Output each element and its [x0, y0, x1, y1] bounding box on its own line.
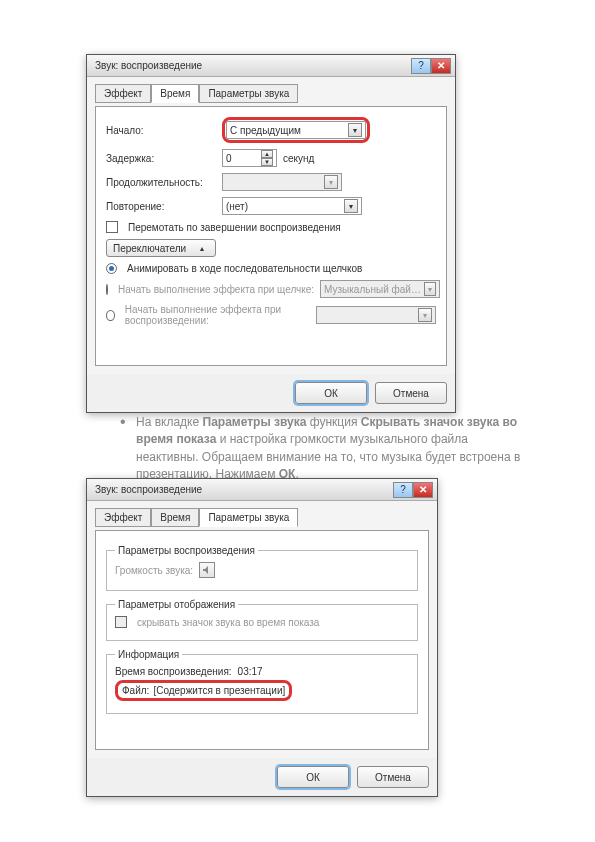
titlebar[interactable]: Звук: воспроизведение ? ✕ — [87, 55, 455, 77]
dialog-body: Эффект Время Параметры звука Параметры в… — [87, 501, 437, 758]
tab-time[interactable]: Время — [151, 508, 199, 527]
tab-effect[interactable]: Эффект — [95, 508, 151, 527]
close-button[interactable]: ✕ — [413, 482, 433, 498]
close-button[interactable]: ✕ — [431, 58, 451, 74]
highlight-start-dropdown: С предыдущим ▾ — [222, 117, 370, 143]
dialog-sound-playback-time: Звук: воспроизведение ? ✕ Эффект Время П… — [86, 54, 456, 413]
file-value: [Содержится в презентации] — [153, 685, 285, 696]
start-label: Начало: — [106, 125, 216, 136]
display-legend: Параметры отображения — [115, 599, 238, 610]
window-title: Звук: воспроизведение — [91, 60, 202, 71]
onclick-target-dropdown: Музыкальный файл 1.mp3 ▾ — [320, 280, 440, 298]
chevron-down-icon: ▾ — [348, 123, 362, 137]
tab-content-time: Начало: С предыдущим ▾ Задержка: 0 ▲▼ се… — [95, 106, 447, 366]
radio-animate-sequence[interactable] — [106, 263, 117, 274]
tab-effect[interactable]: Эффект — [95, 84, 151, 103]
chevron-up-icon: ▴ — [195, 241, 209, 255]
onplay-target-dropdown: ▾ — [316, 306, 436, 324]
repeat-dropdown[interactable]: (нет) ▾ — [222, 197, 362, 215]
tabstrip: Эффект Время Параметры звука — [95, 83, 447, 102]
dialog-sound-playback-params: Звук: воспроизведение ? ✕ Эффект Время П… — [86, 478, 438, 797]
info-legend: Информация — [115, 649, 182, 660]
radio-start-onplay[interactable] — [106, 310, 115, 321]
bullet-icon: • — [120, 413, 126, 431]
help-button[interactable]: ? — [411, 58, 431, 74]
playtime-label: Время воспроизведения: — [115, 666, 232, 677]
window-buttons: ? ✕ — [411, 58, 451, 74]
dialog-body: Эффект Время Параметры звука Начало: С п… — [87, 77, 455, 374]
tab-time[interactable]: Время — [151, 84, 199, 103]
hide-icon-label: скрывать значок звука во время показа — [137, 617, 319, 628]
chevron-down-icon: ▾ — [418, 308, 432, 322]
cancel-button[interactable]: Отмена — [357, 766, 429, 788]
playback-params-group: Параметры воспроизведения Громкость звук… — [106, 545, 418, 591]
description-text: На вкладке Параметры звука функция Скрыв… — [136, 414, 530, 484]
rewind-checkbox[interactable] — [106, 221, 118, 233]
radio-start-onplay-label: Начать выполнение эффекта при воспроизве… — [125, 304, 310, 326]
help-button[interactable]: ? — [393, 482, 413, 498]
start-dropdown[interactable]: С предыдущим ▾ — [226, 121, 366, 139]
titlebar[interactable]: Звук: воспроизведение ? ✕ — [87, 479, 437, 501]
cancel-button[interactable]: Отмена — [375, 382, 447, 404]
tab-content-params: Параметры воспроизведения Громкость звук… — [95, 530, 429, 750]
radio-start-onclick-label: Начать выполнение эффекта при щелчке: — [118, 284, 314, 295]
highlight-file-info: Файл: [Содержится в презентации] — [115, 680, 292, 701]
delay-label: Задержка: — [106, 153, 216, 164]
radio-start-onclick[interactable] — [106, 284, 108, 295]
dialog-buttons: ОК Отмена — [87, 374, 455, 412]
chevron-down-icon: ▾ — [324, 175, 338, 189]
hide-icon-checkbox — [115, 616, 127, 628]
ok-button[interactable]: ОК — [277, 766, 349, 788]
start-value: С предыдущим — [230, 125, 301, 136]
playtime-value: 03:17 — [238, 666, 263, 677]
repeat-label: Повторение: — [106, 201, 216, 212]
onclick-value: Музыкальный файл 1.mp3 — [324, 284, 424, 295]
spinner-buttons[interactable]: ▲▼ — [261, 150, 273, 166]
duration-label: Продолжительность: — [106, 177, 216, 188]
dialog-buttons: ОК Отмена — [87, 758, 437, 796]
repeat-value: (нет) — [226, 201, 248, 212]
duration-dropdown: ▾ — [222, 173, 342, 191]
triggers-button[interactable]: Переключатели ▴ — [106, 239, 216, 257]
file-label: Файл: — [122, 685, 149, 696]
window-title: Звук: воспроизведение — [91, 484, 202, 495]
ok-button[interactable]: ОК — [295, 382, 367, 404]
display-params-group: Параметры отображения скрывать значок зв… — [106, 599, 418, 641]
delay-value: 0 — [226, 153, 232, 164]
delay-unit: секунд — [283, 153, 314, 164]
chevron-down-icon: ▾ — [344, 199, 358, 213]
tabstrip: Эффект Время Параметры звука — [95, 507, 429, 526]
tab-sound-params[interactable]: Параметры звука — [199, 84, 298, 103]
radio-animate-sequence-label: Анимировать в ходе последовательности ще… — [127, 263, 362, 274]
rewind-label: Перемотать по завершении воспроизведения — [128, 222, 341, 233]
triggers-label: Переключатели — [113, 243, 186, 254]
playback-legend: Параметры воспроизведения — [115, 545, 258, 556]
delay-spinner[interactable]: 0 ▲▼ — [222, 149, 277, 167]
volume-label: Громкость звука: — [115, 565, 193, 576]
chevron-down-icon: ▾ — [424, 282, 436, 296]
tab-sound-params[interactable]: Параметры звука — [199, 508, 298, 527]
volume-icon — [199, 562, 215, 578]
info-group: Информация Время воспроизведения: 03:17 … — [106, 649, 418, 714]
window-buttons: ? ✕ — [393, 482, 433, 498]
